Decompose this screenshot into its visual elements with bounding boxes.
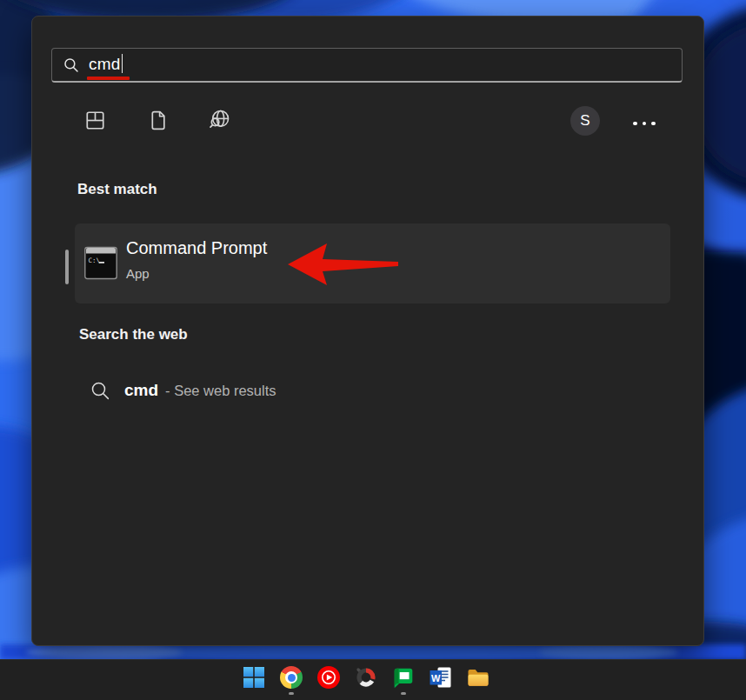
filter-apps-button[interactable] <box>81 106 109 134</box>
more-options-button[interactable] <box>629 120 659 127</box>
file-explorer-taskbar-button[interactable] <box>467 666 490 696</box>
account-avatar[interactable]: S <box>570 106 600 136</box>
chrome-taskbar-button[interactable] <box>280 666 303 696</box>
taskbar-icons: W <box>243 666 490 696</box>
ring-app-icon <box>355 666 377 689</box>
query-underline-annotation <box>87 77 130 80</box>
text-caret <box>122 54 123 73</box>
svg-text:C:\: C:\ <box>89 257 101 264</box>
start-icon <box>243 666 265 689</box>
taskbar: W <box>0 659 746 700</box>
word-icon: W <box>430 666 452 689</box>
red-arrow-annotation <box>283 241 403 290</box>
apps-filter-icon <box>83 109 107 132</box>
web-search-icon <box>90 381 110 401</box>
web-search-suggestion[interactable]: cmd - See web results <box>90 375 276 406</box>
desktop: cmd S <box>0 0 746 700</box>
google-chat-taskbar-button[interactable] <box>392 666 415 696</box>
web-filter-icon <box>207 107 232 132</box>
search-input[interactable]: cmd <box>51 48 683 83</box>
google-chat-icon <box>392 666 415 689</box>
filter-web-button[interactable] <box>205 105 233 133</box>
youtube-music-taskbar-button[interactable] <box>317 666 340 696</box>
svg-text:W: W <box>431 673 441 683</box>
file-explorer-icon <box>467 666 490 689</box>
search-icon <box>63 57 79 73</box>
start-button[interactable] <box>243 666 265 696</box>
web-results-label: - See web results <box>165 383 276 399</box>
result-title: Command Prompt <box>126 238 267 258</box>
result-subtitle: App <box>126 266 150 281</box>
start-search-panel: cmd S <box>31 16 704 646</box>
best-match-heading: Best match <box>77 181 157 198</box>
search-query-text: cmd <box>89 54 123 74</box>
scrollbar-indicator[interactable] <box>65 250 69 284</box>
command-prompt-icon: C:\ <box>84 245 117 281</box>
documents-filter-icon <box>146 109 170 132</box>
word-taskbar-button[interactable]: W <box>430 666 452 696</box>
web-query-text: cmd <box>124 381 158 400</box>
search-web-heading: Search the web <box>79 326 188 343</box>
youtube-music-icon <box>317 666 340 689</box>
running-indicator <box>289 692 294 695</box>
ring-app-taskbar-button[interactable] <box>355 666 377 696</box>
filter-documents-button[interactable] <box>143 106 171 134</box>
running-indicator <box>401 692 406 695</box>
avatar-initial: S <box>580 112 589 130</box>
ellipsis-icon <box>633 122 637 126</box>
chrome-icon <box>280 666 303 689</box>
